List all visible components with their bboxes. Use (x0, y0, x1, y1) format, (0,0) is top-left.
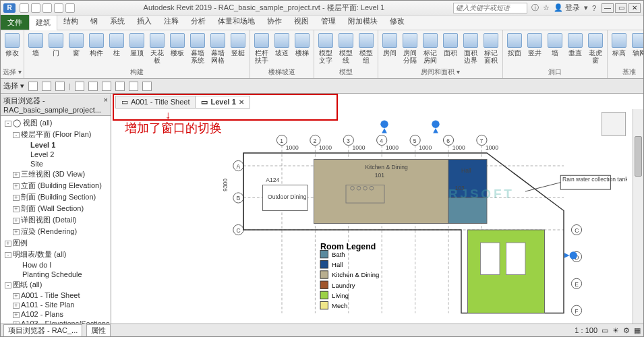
ribbon-button[interactable]: 天花板 (148, 32, 167, 64)
tree-node[interactable]: +三维视图 (3D View) (1, 168, 111, 180)
qat-open-icon[interactable] (20, 3, 29, 13)
ribbon-button[interactable]: 楼板 (168, 32, 187, 57)
zoom-level[interactable]: 1 : 100 (575, 326, 597, 334)
ribbon-tab[interactable]: 附加模块 (342, 14, 384, 30)
browser-close-icon[interactable]: × (104, 96, 108, 114)
close-button[interactable]: ✕ (628, 3, 641, 13)
exchange-icon[interactable]: ▾ (584, 3, 588, 12)
tree-node[interactable]: Site (1, 159, 111, 168)
scrollbar-thumb[interactable] (635, 136, 642, 177)
ribbon-tab[interactable]: 钢 (84, 14, 104, 30)
view-control-icon[interactable]: ▦ (634, 326, 641, 335)
search-input[interactable] (453, 3, 527, 13)
ribbon-button[interactable]: 墙 (546, 32, 564, 57)
tree-node[interactable]: +详图视图 (Detail) (1, 214, 111, 226)
tree-node[interactable]: Level 2 (1, 150, 111, 159)
view-control-icon[interactable]: ▭ (602, 326, 608, 335)
file-tab[interactable]: 文件 (1, 15, 29, 30)
status-tab[interactable]: 属性 (86, 324, 111, 337)
vertical-scrollbar[interactable] (633, 109, 643, 324)
ribbon-tab[interactable]: 分析 (185, 14, 212, 30)
opt-icon[interactable] (142, 82, 152, 91)
info-icon[interactable]: ⓘ (531, 3, 539, 13)
ribbon-button[interactable]: 面积 边界 (461, 32, 480, 64)
qat-save-icon[interactable] (31, 3, 40, 13)
ribbon-button[interactable]: 轴网 (630, 32, 643, 57)
ribbon-button[interactable]: 房间 分隔 (401, 32, 419, 64)
ribbon-tab[interactable]: 修改 (384, 14, 411, 30)
ribbon-button[interactable]: 模型 线 (336, 32, 355, 64)
ribbon-button[interactable]: 门 (47, 32, 65, 57)
ribbon-button[interactable]: 墙 (26, 32, 45, 57)
document-tab[interactable]: ▭Level 1✕ (195, 96, 250, 109)
opt-icon[interactable] (28, 82, 38, 91)
minimize-button[interactable]: — (602, 3, 614, 13)
tree-node[interactable]: -图纸 (all) (1, 279, 111, 290)
ribbon-button[interactable]: 幕墙 网格 (208, 32, 227, 64)
ribbon-button[interactable]: 房间 (380, 32, 399, 57)
tree-node[interactable]: +A103 - Elevations/Sections (1, 319, 111, 324)
tree-node[interactable]: Planting Schedule (1, 270, 111, 279)
view-control-icon[interactable]: ⚙ (623, 326, 630, 335)
ribbon-tab[interactable]: 注释 (158, 14, 185, 30)
tree-node[interactable]: +图例 (1, 237, 111, 249)
tree-node[interactable]: Level 1 (1, 140, 111, 150)
maximize-button[interactable]: ▭ (615, 3, 627, 13)
ribbon-button[interactable]: 窗 (67, 32, 86, 57)
ribbon-button[interactable]: 按面 (505, 32, 524, 57)
status-tab[interactable]: 项目浏览器 - RAC_... (3, 324, 82, 337)
star-icon[interactable]: ☆ (543, 3, 550, 12)
view-control-icon[interactable]: ☀ (612, 326, 619, 335)
ribbon-button[interactable]: 坡道 (272, 32, 291, 57)
tree-node[interactable]: +剖面 (Building Section) (1, 191, 111, 203)
ribbon-button[interactable]: 标记 面积 (481, 32, 500, 64)
ribbon-button[interactable]: 幕墙 系统 (188, 32, 207, 64)
ribbon-button[interactable]: 屋顶 (127, 32, 146, 57)
project-tree[interactable]: -◯ 视图 (all)-楼层平面 (Floor Plan)Level 1Leve… (1, 116, 111, 324)
ribbon-button[interactable]: 垂直 (566, 32, 585, 57)
drawing-canvas[interactable]: 11000210003100041000510006100071000 ABC … (206, 115, 627, 319)
tree-node[interactable]: -楼层平面 (Floor Plan) (1, 129, 111, 140)
qat-redo-icon[interactable] (54, 3, 63, 13)
qat-undo-icon[interactable] (42, 3, 52, 13)
ribbon-tab[interactable]: 系统 (104, 14, 131, 30)
tree-node[interactable]: How do I (1, 260, 111, 270)
opt-icon[interactable] (115, 82, 125, 91)
ribbon-button[interactable]: 老虎窗 (586, 32, 605, 64)
opt-icon[interactable] (129, 82, 138, 91)
ribbon-button[interactable]: 面积 (441, 32, 460, 57)
tree-node[interactable]: +立面 (Building Elevation) (1, 180, 111, 191)
qat-print-icon[interactable] (65, 3, 75, 13)
tree-node[interactable]: +剖面 (Wall Section) (1, 203, 111, 214)
opt-icon[interactable] (88, 82, 98, 91)
tree-node[interactable]: -◯ 视图 (all) (1, 117, 111, 129)
opt-icon[interactable] (75, 82, 84, 91)
ribbon-tab[interactable]: 插入 (131, 14, 158, 30)
tree-node[interactable]: +A001 - Title Sheet (1, 290, 111, 300)
tree-node[interactable]: +A101 - Site Plan (1, 300, 111, 309)
ribbon-button[interactable]: 构件 (87, 32, 106, 57)
opt-icon[interactable] (42, 82, 51, 91)
tab-close-icon[interactable]: ✕ (239, 98, 244, 106)
ribbon-button[interactable]: 柱 (107, 32, 126, 57)
ribbon-tab[interactable]: 协作 (261, 14, 288, 30)
ribbon-tab[interactable]: 体量和场地 (212, 14, 261, 30)
ribbon-button[interactable]: 标高 (610, 32, 628, 57)
ribbon-button[interactable]: 楼梯 (293, 32, 312, 57)
tree-node[interactable]: -明细表/数量 (all) (1, 249, 111, 260)
ribbon-tab[interactable]: 建筑 (29, 15, 57, 30)
ribbon-tab[interactable]: 结构 (57, 14, 84, 30)
ribbon-button[interactable]: 栏杆扶手 (252, 32, 271, 64)
tree-node[interactable]: +A102 - Plans (1, 309, 111, 319)
tree-node[interactable]: +渲染 (Rendering) (1, 226, 111, 237)
document-tab[interactable]: ▭A001 - Title Sheet (115, 96, 196, 109)
ribbon-button[interactable]: 标记 房间 (421, 32, 440, 64)
ribbon-button[interactable]: 竖井 (525, 32, 544, 57)
ribbon-button[interactable]: 模型 组 (357, 32, 376, 64)
opt-icon[interactable] (102, 82, 111, 91)
ribbon-tab[interactable]: 管理 (315, 14, 342, 30)
ribbon-button[interactable]: 模型 文字 (316, 32, 335, 64)
help-icon[interactable]: ? (592, 4, 596, 12)
opt-icon[interactable] (55, 82, 65, 91)
login-button[interactable]: 👤 登录 (554, 3, 580, 13)
